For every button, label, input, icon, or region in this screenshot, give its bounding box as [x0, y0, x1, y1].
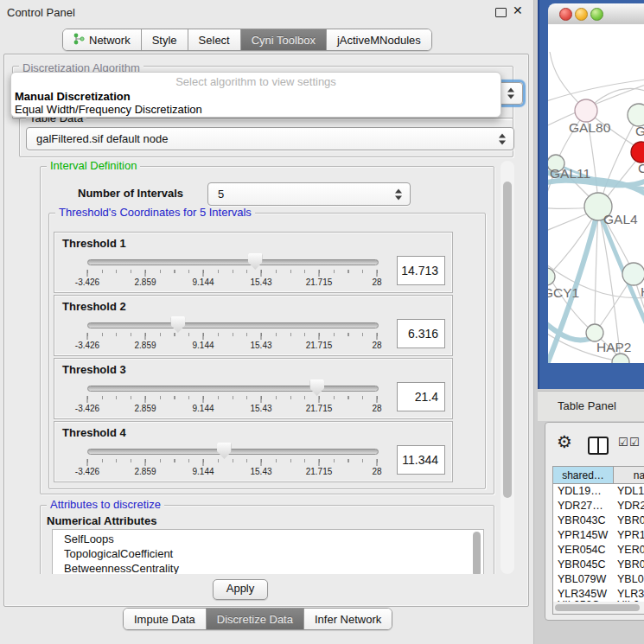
settings-scroll-viewport: Interval Definition Number of Intervals … — [7, 159, 500, 574]
column-header-name[interactable]: na — [614, 467, 644, 484]
threshold-1-slider-thumb[interactable] — [248, 253, 263, 270]
algorithm-popup: Select algorithm to view settings Manual… — [10, 72, 501, 118]
tab-style[interactable]: Style — [142, 29, 188, 50]
node-bottom[interactable] — [612, 354, 629, 363]
threshold-1-slider-track[interactable] — [87, 259, 379, 265]
tab-select[interactable]: Select — [188, 29, 241, 50]
node-gal80[interactable] — [575, 99, 597, 122]
table-cell[interactable]: YPR1 — [617, 528, 644, 543]
numerical-attributes-list: SelfLoops TopologicalCoefficient Between… — [52, 529, 484, 574]
network-window-titlebar[interactable] — [548, 3, 644, 25]
list-item-selfloops[interactable]: SelfLoops — [64, 532, 114, 545]
tab-infer-network[interactable]: Infer Network — [304, 609, 392, 629]
network-view-window: GAL80 GA GAL11 C GAL4 GCY1 H HAP2 — [538, 0, 644, 389]
slider-minor-ticks — [87, 459, 379, 462]
tab-discretize-data-label: Discretize Data — [217, 613, 293, 626]
table-cell[interactable]: YBR045C — [558, 558, 606, 572]
slider-minor-ticks — [87, 333, 379, 336]
table-data-combo[interactable]: galFiltered.sif default node — [26, 127, 514, 150]
cyni-mode-tabs: Impute Data Discretize Data Infer Networ… — [123, 608, 392, 630]
node-label-gal11: GAL11 — [550, 166, 590, 181]
threshold-2-box: Threshold 2 -3.426 2.859 9.144 15.43 21.… — [54, 295, 453, 356]
table-cell[interactable]: YBR0 — [617, 558, 644, 572]
list-item-betweennesscentrality[interactable]: BetweennessCentrality — [64, 562, 179, 574]
tab-select-label: Select — [199, 34, 230, 47]
checkbox-icon[interactable]: ☑ — [618, 436, 628, 449]
combo-arrows-icon — [499, 133, 506, 144]
threshold-3-value-field[interactable]: 21.4 — [397, 382, 445, 411]
threshold-2-slider-thumb[interactable] — [170, 316, 185, 333]
tick-label: -3.426 — [75, 277, 99, 287]
threshold-4-slider-thumb[interactable] — [217, 443, 232, 459]
interval-definition-group-title: Interval Definition — [47, 160, 140, 172]
zoom-traffic-light[interactable] — [590, 8, 603, 21]
threshold-3-slider-track[interactable] — [87, 386, 379, 392]
tab-network[interactable]: Network — [63, 29, 142, 50]
table-cell[interactable]: YDL19… — [558, 484, 602, 499]
spinner-arrows-icon — [395, 188, 402, 200]
network-graph: GAL80 GA GAL11 C GAL4 GCY1 H HAP2 — [548, 24, 644, 363]
threshold-1-label: Threshold 1 — [62, 237, 126, 250]
tick-label: 21.715 — [306, 404, 333, 413]
split-columns-icon[interactable] — [588, 437, 609, 455]
node-label-gal80: GAL80 — [569, 120, 611, 135]
minimize-traffic-light[interactable] — [575, 8, 588, 21]
tab-infer-network-label: Infer Network — [315, 613, 381, 626]
tick-label: 2.859 — [134, 404, 156, 413]
tick-label: 15.43 — [250, 467, 271, 476]
close-traffic-light[interactable] — [559, 8, 572, 21]
number-of-intervals-spinner[interactable]: 5 — [207, 182, 411, 206]
numerical-attributes-label: Numerical Attributes — [43, 515, 160, 527]
threshold-3-slider-thumb[interactable] — [309, 379, 324, 396]
node-label-partial-h: H — [641, 284, 644, 299]
table-cell[interactable]: YER054C — [558, 543, 606, 558]
table-cell[interactable]: YBR043C — [558, 513, 606, 528]
tab-discretize-data[interactable]: Discretize Data — [207, 609, 304, 629]
tick-label: 9.144 — [192, 404, 214, 413]
network-canvas[interactable]: GAL80 GA GAL11 C GAL4 GCY1 H HAP2 — [548, 24, 644, 363]
gear-icon[interactable]: ⚙ — [557, 431, 572, 452]
table-cell[interactable]: YPR145W — [558, 528, 608, 543]
node-right-mid[interactable] — [622, 263, 644, 285]
slider-minor-ticks — [87, 270, 379, 273]
table-cell[interactable]: YDR27… — [558, 499, 603, 513]
app-root: { "window": {"title": "Control Panel"}, … — [0, 0, 644, 644]
table-cell[interactable]: YDR2 — [617, 499, 644, 513]
tab-jactivemnodules[interactable]: jActiveMNodules — [327, 29, 431, 50]
table-cell[interactable]: YBR0 — [617, 513, 644, 528]
tick-label: 21.715 — [306, 467, 333, 476]
list-scrollbar-thumb[interactable] — [473, 532, 481, 574]
popup-option-equal-width-frequency[interactable]: Equal Width/Frequency Discretization — [15, 103, 202, 116]
apply-button[interactable]: Apply — [213, 579, 268, 600]
table-cell[interactable]: YER0 — [617, 543, 644, 558]
threshold-2-slider-track[interactable] — [87, 322, 379, 328]
slider-minor-ticks — [87, 396, 379, 399]
popup-option-manual-discretization[interactable]: Manual Discretization — [15, 90, 131, 103]
threshold-3-label: Threshold 3 — [62, 363, 126, 376]
table-cell[interactable]: YDL1 — [617, 484, 644, 499]
tab-impute-data[interactable]: Impute Data — [124, 609, 207, 629]
node-hap2[interactable] — [586, 324, 603, 341]
threshold-2-value-field[interactable]: 6.316 — [397, 319, 445, 348]
list-item-topologicalcoefficient[interactable]: TopologicalCoefficient — [64, 547, 173, 560]
node-label-hap2: HAP2 — [596, 340, 632, 354]
table-horizontal-scrollbar-thumb[interactable] — [555, 604, 640, 611]
threshold-4-value-field[interactable]: 11.344 — [397, 445, 445, 475]
table-cell[interactable]: YBL079W — [558, 572, 606, 587]
checkbox-icon[interactable]: ☑ — [629, 436, 640, 449]
table-horizontal-scrollbar[interactable] — [553, 602, 644, 614]
close-icon[interactable]: ✕ — [513, 3, 523, 17]
table-panel-titlebar: Table Panel — [538, 391, 644, 421]
settings-scrollbar-thumb[interactable] — [503, 182, 512, 498]
threshold-4-slider-track[interactable] — [87, 449, 379, 455]
tick-label: 28 — [372, 341, 381, 350]
attributes-group-title: Attributes to discretize — [47, 499, 164, 511]
table-cell[interactable]: YBL0 — [617, 572, 644, 587]
threshold-1-value-field[interactable]: 14.713 — [397, 256, 445, 285]
tick-label: 15.43 — [250, 404, 271, 413]
tab-cyni-toolbox[interactable]: Cyni Toolbox — [241, 29, 327, 50]
settings-scrollbar-track[interactable] — [501, 161, 514, 574]
float-window-icon[interactable] — [495, 8, 507, 17]
tick-label: -3.426 — [75, 404, 99, 413]
column-header-shared-name[interactable]: shared… — [553, 467, 614, 484]
